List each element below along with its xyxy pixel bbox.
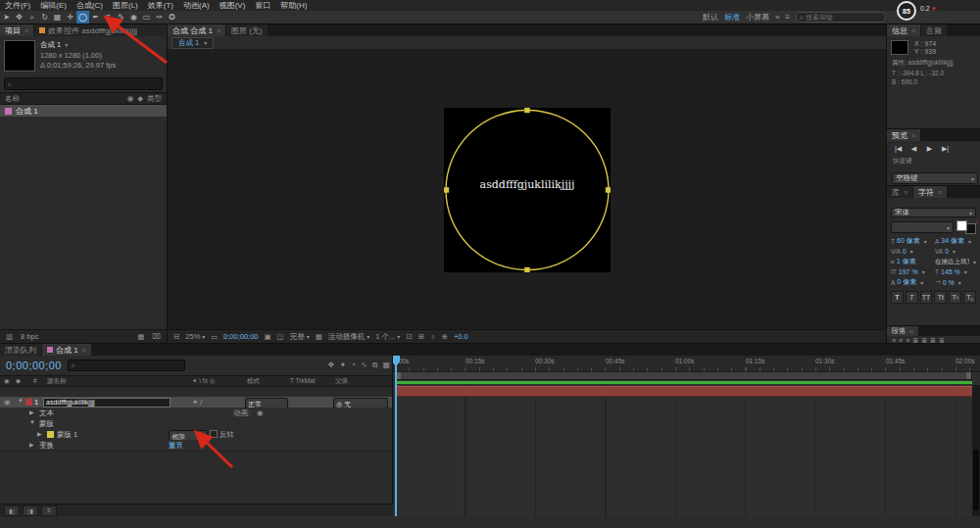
mask-handle-right[interactable]: [605, 187, 610, 193]
camera-tool-icon[interactable]: ▦: [51, 11, 64, 24]
tab-layer-viewer[interactable]: 图层 (无): [226, 24, 268, 36]
group-twirl-icon[interactable]: ▼: [29, 419, 35, 425]
viewer-current-time[interactable]: 0;00;00;00: [223, 332, 258, 341]
panel-menu-icon[interactable]: ≡: [217, 27, 220, 34]
puppet-pin-tool-icon[interactable]: ✪: [166, 11, 178, 24]
tab-timeline-comp1[interactable]: 合成 1≡: [42, 344, 91, 356]
snapshot-icon[interactable]: ▣: [265, 332, 271, 341]
tab-paragraph[interactable]: 段落≡: [887, 326, 918, 336]
group-twirl-icon[interactable]: ▶: [29, 408, 34, 415]
pixel-aspect-icon[interactable]: ⊡: [406, 332, 412, 341]
small-caps-button[interactable]: Tt: [934, 291, 947, 304]
next-frame-button[interactable]: ▶|: [940, 145, 951, 153]
help-search-input[interactable]: [806, 14, 882, 21]
timeline-button-icon[interactable]: ♁: [430, 332, 436, 341]
tab-project[interactable]: 项目≡: [0, 24, 33, 36]
fill-stroke-swatches[interactable]: ∕: [956, 220, 976, 234]
align-right-icon[interactable]: ≡: [906, 337, 909, 343]
workspace-menu-icon[interactable]: ≡: [785, 13, 790, 22]
group-row-transform[interactable]: ▶ 变换 重置: [0, 440, 392, 452]
panel-menu-icon[interactable]: ≡: [938, 189, 942, 196]
previous-frame-button[interactable]: ◀: [908, 145, 919, 153]
timeline-vertical-scrollbar[interactable]: [972, 385, 980, 516]
mask-handle-bottom[interactable]: [524, 266, 530, 271]
menu-file[interactable]: 文件(F): [0, 0, 35, 11]
project-item-comp1[interactable]: 合成 1: [0, 105, 167, 117]
comp-mini-flowchart-icon[interactable]: ❖: [327, 360, 334, 370]
all-caps-button[interactable]: TT: [920, 291, 933, 304]
align-center-icon[interactable]: ≡: [899, 337, 903, 343]
trash-icon[interactable]: ⌧: [152, 332, 161, 341]
project-flowchart-icon[interactable]: ▥: [6, 332, 13, 341]
tab-character[interactable]: 字符≡: [913, 186, 947, 198]
justify-last-right-icon[interactable]: ≣: [930, 337, 936, 343]
first-frame-button[interactable]: |◀: [893, 145, 904, 153]
current-time-indicator[interactable]: [395, 356, 397, 516]
timeline-search-input[interactable]: [77, 362, 181, 369]
mask-invert-checkbox[interactable]: [210, 430, 218, 438]
menu-composition[interactable]: 合成(C): [72, 0, 108, 11]
mask-twirl-icon[interactable]: ▶: [37, 430, 42, 437]
hand-tool-icon[interactable]: ✥: [13, 11, 25, 24]
work-area-bar[interactable]: [395, 371, 972, 380]
text-layer-content[interactable]: asddfffgjuklilikjjjj: [479, 178, 574, 191]
brush-tool-icon[interactable]: ✎: [115, 11, 127, 24]
workspace-default[interactable]: 默认: [703, 12, 718, 23]
menu-help[interactable]: 帮助(H): [275, 0, 312, 11]
pan-behind-tool-icon[interactable]: ✛: [64, 11, 76, 24]
graph-editor-icon[interactable]: ▦: [382, 360, 390, 370]
always-preview-icon[interactable]: ⊟: [173, 332, 179, 341]
fast-preview-icon[interactable]: ⊞: [418, 332, 424, 341]
breadcrumb-comp[interactable]: 合成 1▾: [172, 37, 214, 49]
tab-composition-viewer[interactable]: 合成 合成 1≡: [168, 24, 225, 36]
composition-canvas[interactable]: asddfffgjuklilikjjjj: [444, 108, 611, 272]
show-channel-icon[interactable]: ◫: [277, 332, 284, 341]
viewer-canvas[interactable]: asddfffgjuklilikjjjj: [168, 50, 886, 329]
mask-color-chip[interactable]: [47, 431, 54, 438]
transform-reset-link[interactable]: 重置: [169, 441, 183, 451]
composition-thumbnail[interactable]: [4, 40, 35, 72]
layer-label-chip[interactable]: [25, 399, 32, 406]
layer-switches[interactable]: ✦ /: [192, 398, 202, 407]
tab-effect-controls[interactable]: 效果控件 asddfffgjuklilikjjjj: [34, 24, 167, 36]
tsume-control[interactable]: ⊣ 0 %▾: [935, 278, 976, 286]
kerning-control[interactable]: V⁄A 0▾: [891, 248, 932, 255]
grid-guides-icon[interactable]: ⚏: [211, 332, 218, 341]
selection-tool-icon[interactable]: ➤: [0, 11, 13, 24]
mask-handle-left[interactable]: [444, 187, 449, 193]
horizontal-scale-control[interactable]: T 145 %▾: [935, 268, 976, 275]
superscript-button[interactable]: T¹: [949, 291, 961, 304]
zoom-tool-icon[interactable]: ⌕: [25, 11, 38, 24]
vertical-scale-control[interactable]: IT 197 %▾: [891, 268, 932, 275]
mask-handle-top[interactable]: [524, 108, 530, 113]
font-size-control[interactable]: T 60 像素▾: [891, 236, 932, 246]
work-area-end-handle[interactable]: [966, 372, 971, 379]
justify-all-icon[interactable]: ≣: [939, 337, 945, 343]
play-button[interactable]: ▶: [924, 145, 935, 153]
roto-brush-tool-icon[interactable]: ✑: [153, 11, 166, 24]
scrollbar-thumb[interactable]: [973, 450, 979, 510]
eraser-tool-icon[interactable]: ▭: [140, 11, 153, 24]
leading-control[interactable]: A 34 像素▾: [935, 236, 976, 246]
menu-layer[interactable]: 图层(L): [108, 0, 143, 11]
tab-audio[interactable]: 音频: [921, 24, 947, 36]
font-style-select[interactable]: ▾: [891, 221, 954, 233]
hide-shy-icon[interactable]: ◔: [351, 360, 356, 370]
resolution-select[interactable]: 完整▾: [290, 332, 310, 342]
project-search-box[interactable]: ⌕: [4, 77, 163, 90]
composition-name[interactable]: 合成 1 ▾: [40, 40, 116, 50]
exposure-value[interactable]: +0.0: [454, 332, 468, 341]
workspace-standard[interactable]: 标准: [724, 12, 740, 23]
timeline-search-box[interactable]: ⌕: [68, 360, 185, 371]
panel-menu-icon[interactable]: ≡: [82, 347, 86, 354]
expand-transfer-controls-icon[interactable]: ◨: [23, 505, 38, 516]
subscript-button[interactable]: T₁: [963, 291, 976, 304]
timeline-ruler[interactable]: :00s 00:15s 00:30s 00:45s 01:00s 01:15s …: [393, 356, 980, 372]
expand-in-out-icon[interactable]: ≡: [41, 505, 57, 516]
flowchart-button-icon[interactable]: ⊕: [442, 332, 448, 341]
timeline-tracks[interactable]: [393, 385, 972, 516]
rotation-tool-icon[interactable]: ↻: [38, 11, 51, 24]
menu-edit[interactable]: 编辑(E): [35, 0, 72, 11]
help-search-box[interactable]: ⌕: [796, 12, 886, 23]
menu-window[interactable]: 窗口: [250, 0, 275, 11]
